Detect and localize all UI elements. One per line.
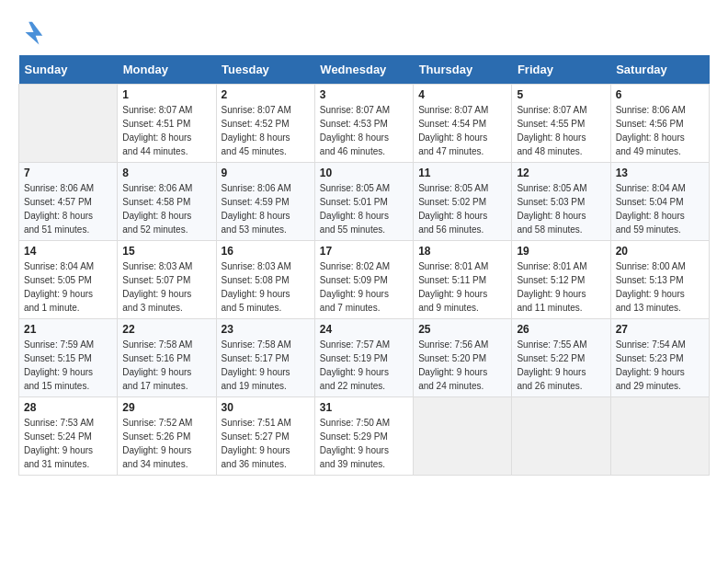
calendar-cell: 28Sunrise: 7:53 AMSunset: 5:24 PMDayligh… [19,397,118,476]
day-info: Sunrise: 8:06 AMSunset: 4:56 PMDaylight:… [616,103,704,158]
weekday-header-thursday: Thursday [414,55,512,85]
day-number: 17 [320,245,408,258]
day-info-line: Sunset: 5:29 PM [320,431,388,442]
day-info-line: Daylight: 9 hours [24,289,93,299]
day-info-line: Daylight: 9 hours [222,367,290,377]
day-info-line: Sunrise: 8:06 AM [122,183,192,193]
day-info-line: Daylight: 9 hours [418,289,487,299]
day-number: 20 [616,245,704,258]
calendar-cell: 18Sunrise: 8:01 AMSunset: 5:11 PMDayligh… [414,241,512,319]
weekday-header-row: SundayMondayTuesdayWednesdayThursdayFrid… [19,55,710,85]
day-number: 7 [24,167,112,179]
day-number: 21 [24,323,112,336]
day-info: Sunrise: 7:51 AMSunset: 5:27 PMDaylight:… [222,416,310,471]
day-info-line: and 24 minutes. [418,381,483,391]
day-info-line: Sunrise: 8:00 AM [616,261,686,271]
day-info-line: and 48 minutes. [517,146,582,156]
calendar-cell: 30Sunrise: 7:51 AMSunset: 5:27 PMDayligh… [216,397,314,476]
day-info: Sunrise: 8:05 AMSunset: 5:03 PMDaylight:… [517,181,605,236]
weekday-header-wednesday: Wednesday [314,55,413,85]
day-info-line: and 49 minutes. [616,146,681,156]
day-number: 11 [418,167,506,179]
day-info-line: Sunset: 4:59 PM [222,197,290,207]
day-info-line: Sunset: 4:53 PM [320,119,388,129]
day-info-line: and 34 minutes. [122,459,188,469]
day-info-line: Sunrise: 7:56 AM [418,339,488,350]
calendar-cell: 2Sunrise: 8:07 AMSunset: 4:52 PMDaylight… [216,85,314,163]
day-info: Sunrise: 8:03 AMSunset: 5:07 PMDaylight:… [122,259,210,315]
day-info-line: Sunset: 5:05 PM [24,275,92,285]
day-info-line: and 19 minutes. [222,381,287,391]
day-info-line: Sunset: 5:16 PM [122,353,190,363]
day-info-line: and 1 minute. [24,303,80,313]
day-number: 5 [517,88,605,101]
logo [18,18,50,46]
calendar-cell: 25Sunrise: 7:56 AMSunset: 5:20 PMDayligh… [414,319,512,397]
day-info-line: Daylight: 9 hours [616,367,685,377]
day-info: Sunrise: 7:58 AMSunset: 5:16 PMDaylight:… [122,338,210,393]
day-info-line: Sunset: 5:11 PM [418,275,486,285]
day-info-line: and 5 minutes. [222,303,282,313]
day-info-line: Daylight: 9 hours [320,289,389,299]
calendar-cell [19,85,118,163]
day-info-line: and 58 minutes. [517,224,582,235]
day-info: Sunrise: 8:05 AMSunset: 5:02 PMDaylight:… [418,181,506,236]
day-info: Sunrise: 8:01 AMSunset: 5:12 PMDaylight:… [517,259,605,315]
day-info-line: Sunrise: 7:51 AM [222,418,291,428]
calendar-cell: 17Sunrise: 8:02 AMSunset: 5:09 PMDayligh… [314,241,413,319]
weekday-header-friday: Friday [512,55,610,85]
calendar-cell: 4Sunrise: 8:07 AMSunset: 4:54 PMDaylight… [414,85,512,163]
day-info: Sunrise: 8:02 AMSunset: 5:09 PMDaylight:… [320,259,408,315]
day-info-line: Sunset: 5:15 PM [24,353,92,363]
day-info-line: Daylight: 9 hours [616,289,685,299]
day-info-line: Sunrise: 7:53 AM [24,418,94,428]
day-number: 18 [418,245,506,258]
week-row-2: 7Sunrise: 8:06 AMSunset: 4:57 PMDaylight… [19,163,710,241]
day-info: Sunrise: 7:56 AMSunset: 5:20 PMDaylight:… [418,338,506,393]
day-info-line: Daylight: 9 hours [222,445,290,455]
calendar-cell: 3Sunrise: 8:07 AMSunset: 4:53 PMDaylight… [314,85,413,163]
day-info: Sunrise: 8:00 AMSunset: 5:13 PMDaylight:… [616,259,704,315]
day-info-line: Sunrise: 7:50 AM [320,418,390,428]
day-info-line: Sunset: 5:03 PM [517,197,585,207]
day-number: 26 [517,323,605,336]
day-info-line: and 22 minutes. [320,381,385,391]
calendar-cell: 11Sunrise: 8:05 AMSunset: 5:02 PMDayligh… [414,163,512,241]
day-info-line: Daylight: 8 hours [122,211,191,221]
day-number: 3 [320,88,408,101]
day-info-line: Daylight: 8 hours [616,211,685,221]
day-number: 30 [222,401,310,414]
day-number: 23 [222,323,310,336]
calendar-cell: 26Sunrise: 7:55 AMSunset: 5:22 PMDayligh… [512,319,610,397]
day-info-line: Sunset: 4:51 PM [122,119,190,129]
calendar-cell: 13Sunrise: 8:04 AMSunset: 5:04 PMDayligh… [610,163,709,241]
day-info-line: Daylight: 9 hours [320,445,389,455]
day-info-line: Daylight: 8 hours [222,211,290,221]
day-info-line: Sunset: 4:57 PM [24,197,92,207]
week-row-1: 1Sunrise: 8:07 AMSunset: 4:51 PMDaylight… [19,85,710,163]
day-info-line: Daylight: 9 hours [24,367,93,377]
day-info: Sunrise: 7:54 AMSunset: 5:23 PMDaylight:… [616,338,704,393]
day-info: Sunrise: 8:01 AMSunset: 5:11 PMDaylight:… [418,259,506,315]
day-number: 1 [122,88,210,101]
day-info-line: and 26 minutes. [517,381,582,391]
day-info-line: Daylight: 8 hours [222,132,290,143]
day-info: Sunrise: 8:07 AMSunset: 4:52 PMDaylight:… [222,103,310,158]
day-info-line: Sunrise: 8:01 AM [418,261,488,271]
day-info-line: Sunset: 5:26 PM [122,431,190,442]
day-number: 28 [24,401,112,414]
day-info-line: and 46 minutes. [320,146,385,156]
day-number: 22 [122,323,210,336]
day-info: Sunrise: 7:52 AMSunset: 5:26 PMDaylight:… [122,416,210,471]
day-info-line: Sunrise: 8:05 AM [320,183,390,193]
day-info: Sunrise: 7:59 AMSunset: 5:15 PMDaylight:… [24,338,112,393]
day-info-line: and 52 minutes. [122,224,188,235]
day-number: 27 [616,323,704,336]
day-info-line: Sunrise: 7:57 AM [320,339,390,350]
day-info: Sunrise: 8:07 AMSunset: 4:54 PMDaylight:… [418,103,506,158]
day-info-line: Sunrise: 7:54 AM [616,339,686,350]
calendar-cell: 21Sunrise: 7:59 AMSunset: 5:15 PMDayligh… [19,319,118,397]
day-number: 25 [418,323,506,336]
calendar-cell: 12Sunrise: 8:05 AMSunset: 5:03 PMDayligh… [512,163,610,241]
day-info-line: Daylight: 9 hours [320,367,389,377]
